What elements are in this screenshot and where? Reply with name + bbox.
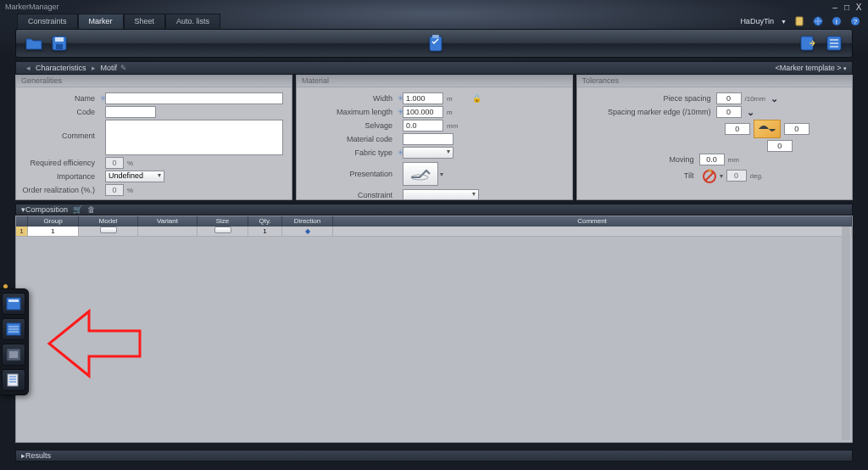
results-bar[interactable]: ▸ Results [15, 450, 853, 462]
edge-field[interactable] [716, 106, 742, 118]
selvage-field[interactable] [403, 120, 443, 131]
maximize-button[interactable]: □ [843, 3, 851, 11]
fold-icon [408, 165, 433, 182]
col-qty[interactable]: Qty. [248, 216, 282, 227]
svg-text:i: i [836, 18, 837, 25]
label-orderreal: Order realization (%.) [19, 186, 100, 194]
label-tilt: Tilt [581, 171, 699, 180]
cell-variant[interactable] [138, 227, 198, 237]
col-direction[interactable]: Direction [282, 216, 333, 227]
marker-template-dropdown[interactable]: <Marker template > ▾ [775, 64, 847, 72]
dock-btn-2[interactable] [2, 318, 25, 340]
panel-material-header: Material [297, 76, 572, 87]
presentation-button[interactable] [403, 162, 438, 186]
dock-btn-1[interactable] [2, 293, 25, 315]
svg-line-15 [705, 172, 714, 181]
tilt-lock-icon[interactable] [699, 167, 720, 184]
importance-dropdown[interactable]: Undefined [105, 171, 164, 182]
label-comment: Comment [19, 120, 100, 140]
paste-icon[interactable] [793, 15, 805, 27]
panel-tolerances-header: Tolerances [577, 76, 853, 87]
svg-rect-9 [430, 36, 442, 51]
results-title: Results [25, 451, 51, 460]
label-presentation: Presentation [300, 170, 398, 178]
tab-marker[interactable]: Marker [78, 14, 124, 29]
tab-sheet[interactable]: Sheet [124, 14, 166, 29]
col-variant[interactable]: Variant [138, 216, 198, 227]
save-button[interactable] [48, 32, 70, 54]
panel-tolerances: Tolerances Piece spacing /10mm ⌄ Spacing… [576, 75, 854, 200]
svg-rect-10 [432, 35, 439, 38]
panel-material: Material Width✳ m 🔒 Maximum length✳ m Se… [296, 75, 573, 200]
open-folder-button[interactable] [23, 32, 45, 54]
grid-empty-area [16, 237, 852, 442]
close-button[interactable]: X [854, 3, 863, 11]
label-matcode: Material code [300, 135, 398, 143]
name-field[interactable] [105, 92, 283, 104]
cell-group[interactable] [28, 227, 78, 236]
cart-icon[interactable]: 🛒 [73, 205, 82, 214]
col-size[interactable]: Size [198, 216, 248, 227]
panel-generalities-header: Generalities [16, 76, 292, 87]
crumb-motif[interactable]: Motif [101, 64, 118, 72]
orderreal-unit: % [127, 187, 147, 194]
maxlen-field[interactable] [403, 106, 443, 118]
label-constraint: Constraint [300, 191, 398, 199]
expand-chevron-icon[interactable]: ⌄ [771, 93, 778, 104]
minimize-button[interactable]: – [831, 3, 839, 11]
label-maxlen: Maximum length [300, 108, 398, 116]
fabrictype-dropdown[interactable] [403, 147, 453, 159]
list-button[interactable] [823, 32, 845, 54]
edge-left-field[interactable] [725, 123, 750, 135]
edge-bottom-field[interactable] [767, 140, 793, 152]
table-row[interactable]: 1 1 ◆ [16, 227, 852, 237]
tilt-field[interactable] [726, 170, 747, 182]
comment-field[interactable] [105, 120, 283, 155]
col-model[interactable]: Model [79, 216, 138, 227]
code-field[interactable] [105, 106, 156, 118]
expand-chevron-icon-2[interactable]: ⌄ [747, 107, 754, 118]
cell-qty[interactable]: 1 [248, 227, 282, 237]
help-icon[interactable]: ? [849, 15, 861, 27]
orderreal-field[interactable] [105, 184, 124, 196]
cell-direction[interactable]: ◆ [282, 227, 333, 237]
matcode-field[interactable] [403, 133, 453, 145]
dock-btn-3[interactable] [2, 344, 25, 366]
clipboard-button[interactable] [425, 32, 447, 54]
user-menu[interactable]: HaDuyTin▼ i ? [740, 14, 861, 29]
cell-comment[interactable] [333, 227, 852, 237]
cell-size-picker[interactable] [214, 227, 231, 233]
edge-right-field[interactable] [784, 123, 810, 135]
svg-rect-21 [8, 374, 18, 386]
side-dock [0, 288, 29, 395]
vertical-scrollbar[interactable] [842, 227, 850, 440]
globe-icon[interactable] [812, 15, 824, 27]
delete-icon[interactable]: 🗑 [87, 205, 95, 214]
composition-title: Composition [25, 205, 68, 214]
label-reqeff: Required efficiency [19, 159, 100, 167]
constraint-dropdown[interactable] [403, 189, 479, 199]
back-chevron-icon[interactable]: ◂ [26, 64, 31, 72]
dock-indicator-icon [3, 284, 8, 288]
crumb-characteristics[interactable]: Characteristics [36, 64, 86, 72]
label-moving: Moving [581, 155, 699, 164]
dock-btn-4[interactable] [2, 369, 25, 391]
col-group[interactable]: Group [28, 216, 79, 227]
export-button[interactable] [798, 32, 820, 54]
lock-icon[interactable]: 🔒 [472, 94, 481, 103]
svg-rect-0 [796, 17, 803, 25]
pencil-icon[interactable]: ✎ [120, 64, 127, 72]
piecespacing-field[interactable] [716, 92, 742, 104]
svg-rect-8 [56, 44, 63, 49]
main-toolbar [15, 29, 853, 58]
width-field[interactable] [403, 92, 443, 104]
col-comment[interactable]: Comment [333, 216, 852, 227]
reqeff-field[interactable] [105, 157, 124, 169]
tab-constraints[interactable]: Constraints [17, 14, 78, 29]
info-icon[interactable]: i [831, 15, 843, 27]
tab-auto-lists[interactable]: Auto. lists [165, 14, 220, 29]
panel-generalities: Generalities Name ✳ Code ✳ Comment ✳ Req… [15, 75, 292, 200]
composition-grid: Group Model Variant Size Qty. Direction … [15, 215, 853, 443]
moving-field[interactable] [699, 154, 725, 165]
cell-model-picker[interactable] [100, 227, 117, 233]
